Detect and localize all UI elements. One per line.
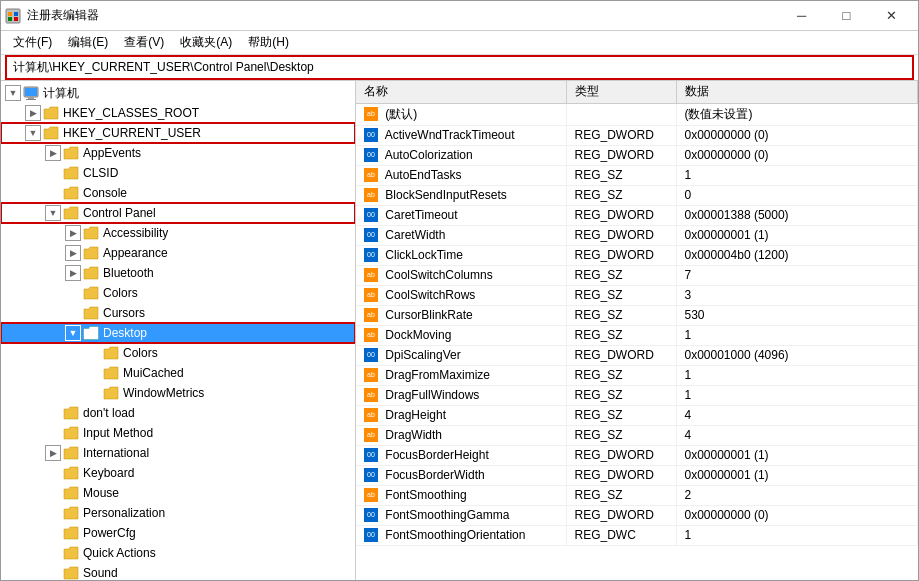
reg-entry-name: 00 DpiScalingVer [356,345,566,365]
menu-view[interactable]: 查看(V) [116,31,172,54]
expand-control-panel[interactable]: ▼ [45,205,61,221]
reg-type-icon: 00 [364,508,378,522]
expand-bluetooth[interactable]: ▶ [65,265,81,281]
reg-type-icon: ab [364,488,378,502]
table-row[interactable]: 00 DpiScalingVerREG_DWORD0x00001000 (409… [356,345,918,365]
reg-entry-type: REG_SZ [566,165,676,185]
expand-international[interactable]: ▶ [45,445,61,461]
minimize-button[interactable]: ─ [779,1,824,31]
tree-node-keyboard[interactable]: Keyboard [1,463,355,483]
tree-node-accessibility[interactable]: ▶ Accessibility [1,223,355,243]
table-row[interactable]: 00 AutoColorizationREG_DWORD0x00000000 (… [356,145,918,165]
table-row[interactable]: 00 CaretWidthREG_DWORD0x00000001 (1) [356,225,918,245]
table-row[interactable]: 00 FontSmoothingGammaREG_DWORD0x00000000… [356,505,918,525]
folder-icon-windowmetrics [103,385,119,401]
expand-current-user[interactable]: ▼ [25,125,41,141]
reg-entry-type: REG_DWORD [566,145,676,165]
expand-placeholder-keyboard [45,465,61,481]
table-row[interactable]: 00 CaretTimeoutREG_DWORD0x00001388 (5000… [356,205,918,225]
table-row[interactable]: ab FontSmoothingREG_SZ2 [356,485,918,505]
reg-type-icon: ab [364,188,378,202]
table-row[interactable]: ab BlockSendInputResetsREG_SZ0 [356,185,918,205]
tree-panel[interactable]: ▼ 计算机 ▶ HKEY_CLASSES_ROOT ▼ [1,81,356,580]
reg-entry-data: 4 [676,425,918,445]
tree-node-inputmethod[interactable]: Input Method [1,423,355,443]
table-row[interactable]: ab AutoEndTasksREG_SZ1 [356,165,918,185]
tree-node-desktop[interactable]: ▼ Desktop [1,323,355,343]
table-row[interactable]: ab DragFullWindowsREG_SZ1 [356,385,918,405]
tree-node-muicached[interactable]: MuiCached [1,363,355,383]
table-row[interactable]: ab DragFromMaximizeREG_SZ1 [356,365,918,385]
main-area: ▼ 计算机 ▶ HKEY_CLASSES_ROOT ▼ [1,81,918,580]
tree-node-classes-root[interactable]: ▶ HKEY_CLASSES_ROOT [1,103,355,123]
reg-type-icon: 00 [364,148,378,162]
table-row[interactable]: ab DragHeightREG_SZ4 [356,405,918,425]
tree-node-control-panel[interactable]: ▼ Control Panel [1,203,355,223]
tree-node-current-user[interactable]: ▼ HKEY_CURRENT_USER [1,123,355,143]
tree-label-keyboard: Keyboard [83,466,134,480]
folder-icon-appearance [83,245,99,261]
expand-classes-root[interactable]: ▶ [25,105,41,121]
col-header-name: 名称 [356,81,566,103]
table-row[interactable]: 00 ActiveWndTrackTimeoutREG_DWORD0x00000… [356,125,918,145]
maximize-button[interactable]: □ [824,1,869,31]
tree-node-cursors[interactable]: Cursors [1,303,355,323]
reg-entry-name: 00 AutoColorization [356,145,566,165]
tree-node-dontload[interactable]: don't load [1,403,355,423]
tree-node-computer[interactable]: ▼ 计算机 [1,83,355,103]
menu-favorites[interactable]: 收藏夹(A) [172,31,240,54]
tree-node-appevents[interactable]: ▶ AppEvents [1,143,355,163]
table-row[interactable]: ab (默认)(数值未设置) [356,103,918,125]
expand-desktop[interactable]: ▼ [65,325,81,341]
reg-name-text: DockMoving [382,328,451,342]
tree-node-desktop-colors[interactable]: Colors [1,343,355,363]
expand-appevents[interactable]: ▶ [45,145,61,161]
tree-node-bluetooth[interactable]: ▶ Bluetooth [1,263,355,283]
reg-entry-name: ab FontSmoothing [356,485,566,505]
tree-node-international[interactable]: ▶ International [1,443,355,463]
svg-rect-8 [25,88,37,96]
table-row[interactable]: ab DockMovingREG_SZ1 [356,325,918,345]
reg-name-text: ClickLockTime [382,248,463,262]
tree-node-clsid[interactable]: CLSID [1,163,355,183]
expand-accessibility[interactable]: ▶ [65,225,81,241]
tree-label-appearance: Appearance [103,246,168,260]
reg-name-text: FontSmoothingGamma [382,508,509,522]
table-row[interactable]: ab DragWidthREG_SZ4 [356,425,918,445]
tree-node-powercfg[interactable]: PowerCfg [1,523,355,543]
tree-node-sound[interactable]: Sound [1,563,355,580]
table-row[interactable]: ab CoolSwitchColumnsREG_SZ7 [356,265,918,285]
close-button[interactable]: ✕ [869,1,914,31]
expand-appearance[interactable]: ▶ [65,245,81,261]
menu-help[interactable]: 帮助(H) [240,31,297,54]
table-row[interactable]: 00 ClickLockTimeREG_DWORD0x000004b0 (120… [356,245,918,265]
reg-entry-type: REG_DWC [566,525,676,545]
tree-node-colors-cp[interactable]: Colors [1,283,355,303]
reg-entry-data: 1 [676,325,918,345]
tree-node-appearance[interactable]: ▶ Appearance [1,243,355,263]
tree-label-accessibility: Accessibility [103,226,168,240]
tree-node-mouse[interactable]: Mouse [1,483,355,503]
address-path[interactable]: 计算机\HKEY_CURRENT_USER\Control Panel\Desk… [5,55,914,80]
tree-label-classes-root: HKEY_CLASSES_ROOT [63,106,199,120]
app-icon [5,8,21,24]
table-row[interactable]: 00 FontSmoothingOrientationREG_DWC1 [356,525,918,545]
reg-type-icon: ab [364,308,378,322]
table-row[interactable]: 00 FocusBorderHeightREG_DWORD0x00000001 … [356,445,918,465]
tree-node-windowmetrics[interactable]: WindowMetrics [1,383,355,403]
expand-placeholder-mouse [45,485,61,501]
folder-icon-powercfg [63,525,79,541]
table-row[interactable]: 00 FocusBorderWidthREG_DWORD0x00000001 (… [356,465,918,485]
menu-edit[interactable]: 编辑(E) [60,31,116,54]
window-title: 注册表编辑器 [27,7,99,24]
menu-file[interactable]: 文件(F) [5,31,60,54]
tree-node-console[interactable]: Console [1,183,355,203]
table-row[interactable]: ab CursorBlinkRateREG_SZ530 [356,305,918,325]
reg-entry-data: 1 [676,365,918,385]
tree-node-quickactions[interactable]: Quick Actions [1,543,355,563]
right-panel[interactable]: 名称 类型 数据 ab (默认)(数值未设置)00 ActiveWndTrack… [356,81,918,580]
reg-entry-type: REG_DWORD [566,205,676,225]
table-row[interactable]: ab CoolSwitchRowsREG_SZ3 [356,285,918,305]
tree-node-personalization[interactable]: Personalization [1,503,355,523]
expand-computer[interactable]: ▼ [5,85,21,101]
